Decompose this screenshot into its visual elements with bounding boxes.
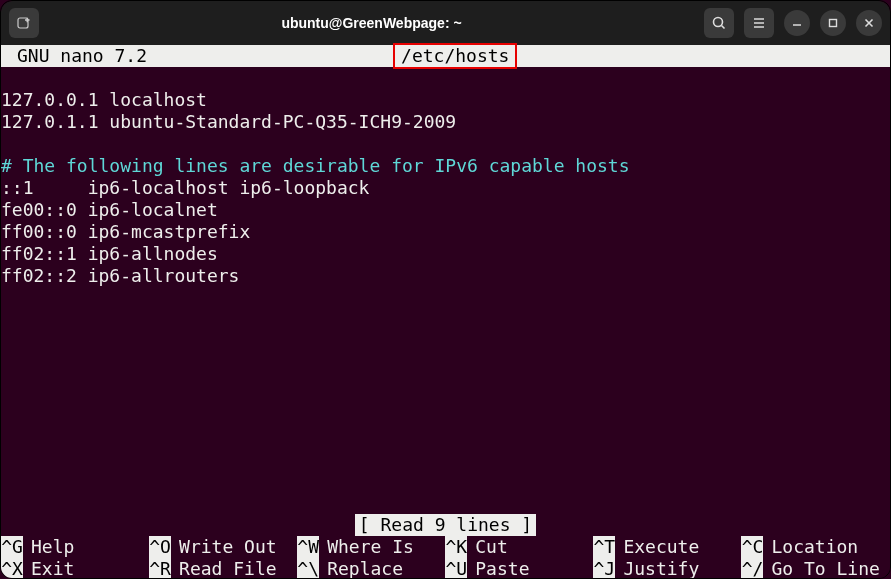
shortcut-label: Execute	[615, 536, 699, 558]
editor-content[interactable]: 127.0.0.1 localhost 127.0.1.1 ubuntu-Sta…	[1, 67, 890, 287]
svg-point-3	[714, 18, 723, 27]
close-button[interactable]	[856, 10, 882, 36]
shortcut-key: ^C	[741, 536, 763, 558]
shortcut-item: ^GHelp	[1, 536, 149, 558]
nano-version: GNU nano 7.2	[1, 45, 401, 67]
hosts-line: 127.0.0.1 localhost	[1, 89, 207, 110]
new-tab-icon	[16, 15, 32, 31]
new-tab-button[interactable]	[9, 8, 39, 38]
maximize-button[interactable]	[820, 10, 846, 36]
shortcut-key: ^J	[593, 558, 615, 579]
svg-rect-9	[830, 20, 837, 27]
shortcut-item: ^OWrite Out	[149, 536, 297, 558]
shortcut-label: Read File	[171, 558, 277, 579]
search-button[interactable]	[704, 8, 734, 38]
nano-header: GNU nano 7.2 /etc/hosts	[1, 45, 890, 67]
minimize-icon	[791, 17, 803, 29]
hosts-line: 127.0.1.1 ubuntu-Standard-PC-Q35-ICH9-20…	[1, 111, 456, 132]
menu-button[interactable]	[744, 8, 774, 38]
shortcut-label: Justify	[615, 558, 699, 579]
window-titlebar: ubuntu@GreenWebpage: ~	[1, 1, 890, 45]
shortcut-key: ^O	[149, 536, 171, 558]
shortcut-label: Cut	[467, 536, 508, 558]
shortcut-item: ^RRead File	[149, 558, 297, 579]
svg-line-4	[722, 26, 725, 29]
maximize-icon	[827, 17, 839, 29]
shortcut-key: ^G	[1, 536, 23, 558]
nano-filename: /etc/hosts	[401, 45, 509, 66]
shortcut-label: Paste	[467, 558, 529, 579]
terminal-area[interactable]: GNU nano 7.2 /etc/hosts 127.0.0.1 localh…	[1, 45, 890, 579]
shortcut-label: Replace	[319, 558, 403, 579]
shortcut-key: ^K	[445, 536, 467, 558]
hosts-line: ff00::0 ip6-mcastprefix	[1, 221, 250, 242]
hosts-line: ::1 ip6-localhost ip6-loopback	[1, 177, 369, 198]
shortcut-key: ^U	[445, 558, 467, 579]
shortcut-item: ^TExecute	[593, 536, 741, 558]
shortcut-key: ^T	[593, 536, 615, 558]
hosts-line: ff02::2 ip6-allrouters	[1, 265, 239, 286]
hosts-line: fe00::0 ip6-localnet	[1, 199, 218, 220]
shortcut-label: Exit	[23, 558, 74, 579]
shortcut-label: Help	[23, 536, 74, 558]
shortcut-label: Go To Line	[763, 558, 879, 579]
search-icon	[711, 15, 727, 31]
shortcut-item: ^WWhere Is	[297, 536, 445, 558]
nano-status-line: [ Read 9 lines ]	[1, 514, 890, 536]
shortcut-item: ^/Go To Line	[741, 558, 889, 579]
shortcut-item: ^KCut	[445, 536, 593, 558]
shortcut-key: ^W	[297, 536, 319, 558]
shortcut-item: ^JJustify	[593, 558, 741, 579]
close-icon	[863, 17, 875, 29]
nano-filename-container: /etc/hosts	[401, 45, 509, 67]
nano-status: [ Read 9 lines ]	[355, 514, 536, 536]
shortcut-key: ^/	[741, 558, 763, 579]
hamburger-icon	[751, 15, 767, 31]
shortcut-label: Location	[763, 536, 858, 558]
shortcut-key: ^X	[1, 558, 23, 579]
shortcut-item: ^XExit	[1, 558, 149, 579]
shortcut-label: Write Out	[171, 536, 277, 558]
shortcut-label: Where Is	[319, 536, 414, 558]
shortcut-key: ^R	[149, 558, 171, 579]
minimize-button[interactable]	[784, 10, 810, 36]
nano-shortcuts: ^GHelp^OWrite Out^WWhere Is^KCut^TExecut…	[1, 536, 890, 579]
shortcut-key: ^\	[297, 558, 319, 579]
shortcut-item: ^CLocation	[741, 536, 889, 558]
hosts-comment: # The following lines are desirable for …	[1, 155, 630, 176]
shortcut-item: ^\Replace	[297, 558, 445, 579]
hosts-line: ff02::1 ip6-allnodes	[1, 243, 218, 264]
shortcut-item: ^UPaste	[445, 558, 593, 579]
window-title: ubuntu@GreenWebpage: ~	[39, 15, 704, 31]
